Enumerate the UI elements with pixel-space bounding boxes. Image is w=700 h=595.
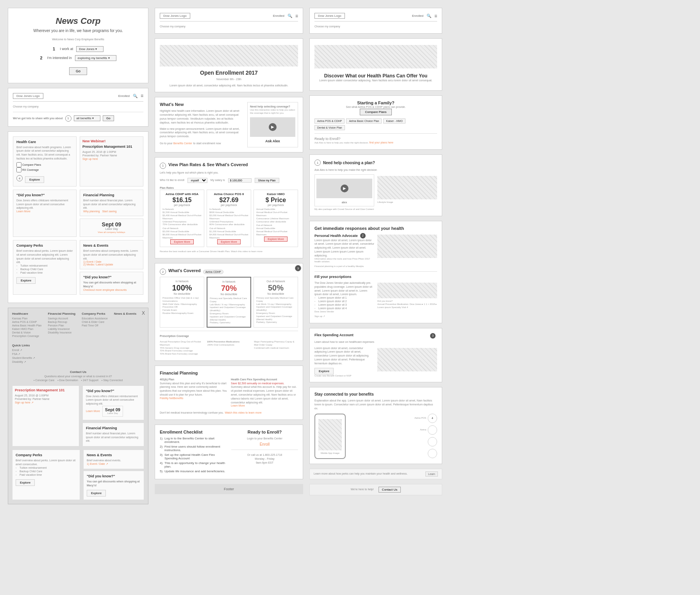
plan-pill-4[interactable]: Dental & Vision Plan <box>314 125 345 130</box>
interest-select[interactable]: exploring my benefits ▾ <box>75 55 116 61</box>
fsa-create-link[interactable]: Create new Benefit Contact or NSP <box>314 375 437 378</box>
right-hamburger[interactable]: ≡ <box>434 13 437 19</box>
hsa-learn-link[interactable]: Learn More <box>231 404 298 407</box>
hc-nav-item-3[interactable]: Aetna Basic Health Plan <box>12 324 42 327</box>
advocate-footer: Financial planning is a part of a health… <box>314 265 437 268</box>
hc-explore-btn[interactable]: Explore <box>25 176 44 183</box>
rx-checkbox[interactable]: RX Coverage <box>16 167 73 172</box>
quick-disability[interactable]: Disability ↗ <box>12 360 35 364</box>
fin-nav-item-2[interactable]: Backup Recoup <box>48 321 76 323</box>
modal-explore-btn[interactable]: Explore <box>87 490 106 496</box>
play-icon[interactable]: ▶ <box>269 123 277 131</box>
rx-image <box>377 283 437 298</box>
contact-us-btn[interactable]: Contact Us <box>379 487 401 493</box>
hc-nav-item-5[interactable]: Dental & Vision <box>12 331 42 334</box>
right-search-icon[interactable]: 🔍 <box>427 14 431 18</box>
phone-text: Or call us at 1-800-225-1718 <box>231 453 298 457</box>
enrollment-content: Open Enrollment 2017 November 8th - 23th… <box>160 70 298 88</box>
compare-checkbox[interactable]: Compare Plans <box>16 162 73 167</box>
rx-list-4: Lorem ipsum dolor sit 4 <box>314 307 374 310</box>
alex-play-icon[interactable]: ▶ <box>341 185 348 192</box>
in-network-2-items: Primary and Specialty Medical Care Copay… <box>210 297 248 324</box>
rx-brand: 70% Brand Formulary coverage <box>160 349 204 353</box>
share-num: 1 <box>65 115 71 122</box>
quick-enroll[interactable]: Enroll ↗ <box>12 349 35 352</box>
modal-close-btn[interactable]: X <box>142 310 145 316</box>
hc-nav-item-4[interactable]: Kaiser HMO Plan <box>12 328 42 330</box>
modal-webinar-signup[interactable]: Sign up here ↗ <box>15 401 77 404</box>
perks-nav-item-1[interactable]: Education Assistance <box>82 317 108 320</box>
show-plan-btn[interactable]: Show my Plan <box>255 178 279 183</box>
fin-nav-item-1[interactable]: Savings Account <box>48 317 76 320</box>
financial-nav-col: Financial Planning Savings Account Backu… <box>48 312 76 337</box>
rx-nonform: 70% Brand Non-Formulary coverage <box>160 353 204 356</box>
rx-vendor-link[interactable]: Dow Jones Vendor <box>314 310 374 314</box>
compare-check[interactable] <box>16 162 21 167</box>
perks-footer-bar: Learn more about how perks can help you … <box>309 469 442 479</box>
alex-video-placeholder[interactable]: ▶ <box>316 179 372 198</box>
hc-nav-item-6[interactable]: Prescription Coverage <box>12 335 42 337</box>
whats-new-title: What's New <box>160 102 243 107</box>
webinar-signup[interactable]: Sign up here <box>82 158 141 160</box>
salary-input[interactable] <box>228 178 252 183</box>
benefits-select[interactable]: all benefits ▾ <box>74 115 100 121</box>
plan-aetna-pos-btn[interactable]: Explore More <box>217 239 241 244</box>
plan-pill-2[interactable]: Aetna Basic Choice Plan <box>346 118 382 124</box>
mega-menu-modal: X Healthcare Kansas Plan Aetna POS & CDH… <box>8 308 148 504</box>
hc-nav-item-1[interactable]: Kansas Plan <box>12 317 42 320</box>
fin-nav-item-4[interactable]: Liability Insurance <box>48 328 76 330</box>
news-link1[interactable]: 1) Event / Date <box>83 260 140 263</box>
modal-learn[interactable]: Learn More <box>86 410 100 412</box>
modal-event-link[interactable]: 1) Event / Date ↗ <box>87 462 141 466</box>
share-go-button[interactable]: Go <box>103 115 114 121</box>
rx-right: Major Participating Pharmacy Copay & Mai… <box>254 341 298 356</box>
mid-search-icon[interactable]: 🔍 <box>288 14 292 18</box>
mid-hamburger[interactable]: ≡ <box>295 13 298 19</box>
hamburger-icon[interactable]: ≡ <box>141 93 143 99</box>
perks-nav-item-2[interactable]: Child & Elder Care <box>82 321 108 323</box>
fin-nav-item-5[interactable]: Disability Insurance <box>48 331 76 334</box>
perks-explore-btn[interactable]: Explore <box>16 277 36 284</box>
benefits-center-link[interactable]: Benefits Center <box>173 142 192 145</box>
fin-nav-item-3[interactable]: Pension Plan <box>48 324 76 327</box>
hc-nav-item-2[interactable]: Aetna POS & CDHP <box>12 321 42 323</box>
company-select[interactable]: Dow Jones ▾ <box>76 46 104 52</box>
plan-pill-1[interactable]: Aetna POS & CDHP <box>314 118 345 124</box>
fsa-header: Flex Spending Account 3 <box>314 333 437 339</box>
stay-layout: Mobile App Image Aetna POS 4 Aetna <box>314 414 437 459</box>
dyk1-learn-more[interactable]: Learn More <box>16 210 73 213</box>
start-saving-link[interactable]: Start saving <box>102 210 116 213</box>
advocate-text: Lorem ipsum dolor sit amet, Lorem ipsum … <box>314 238 374 258</box>
401k-title: 401(k) Plan <box>160 378 227 382</box>
rx-check[interactable] <box>16 167 21 172</box>
modal-perks-btn[interactable]: Explore <box>16 479 35 486</box>
fidelity-link[interactable]: Fidelity NetBenefits <box>160 397 227 400</box>
signup-link[interactable]: Sign up ↗ <box>314 315 437 318</box>
modal-news-dyk: News & Events Brief overview about event… <box>83 450 144 500</box>
hours-text: Monday - Friday <box>231 457 298 461</box>
enroll-link[interactable]: Enroll <box>231 442 298 446</box>
date-link[interactable]: View all company holidays <box>82 231 141 234</box>
go-button[interactable]: Go <box>69 67 87 75</box>
plan-aetna-cdhp-btn[interactable]: Explore More <box>170 239 194 244</box>
why-planning-link[interactable]: Why planning <box>83 210 100 213</box>
compare-plans-btn[interactable]: Compare Plans <box>360 109 391 115</box>
find-plan-link[interactable]: find your plans here <box>369 141 393 144</box>
plan-kaiser-btn[interactable]: Explore More <box>264 237 288 242</box>
search-icon[interactable]: 🔍 <box>133 94 138 98</box>
learn-btn[interactable]: Learn <box>425 471 438 477</box>
ready-enroll-sub: Ask Alex is here to help you make the ri… <box>314 141 437 145</box>
watch-video-link[interactable]: Watch this video to learn more <box>225 411 261 414</box>
plan-pill-3[interactable]: Kaiser - HMO <box>383 118 405 124</box>
news-link2[interactable]: 2) Media / Latest Update <box>83 263 140 266</box>
who-select[interactable]: myself <box>188 178 207 183</box>
ready-enroll-col: Ready to Enroll? Login to your Benefits … <box>231 430 298 474</box>
perks-nav-item-3[interactable]: Paid Time Off <box>82 324 108 327</box>
right-nav-right: Enrolled 🔍 ≡ <box>412 13 437 19</box>
fsa-explore-btn[interactable]: Explore <box>314 368 334 375</box>
dyk2-checkout[interactable]: Checkout more employee discounts <box>83 289 140 291</box>
quick-fsa[interactable]: FSA ↗ <box>12 353 35 356</box>
quick-student[interactable]: Student Benefits ↗ <box>12 357 35 360</box>
ask-alex-video[interactable]: ▶ <box>250 117 295 137</box>
covered-plan-tag[interactable]: Aetna CDHP <box>203 270 223 274</box>
